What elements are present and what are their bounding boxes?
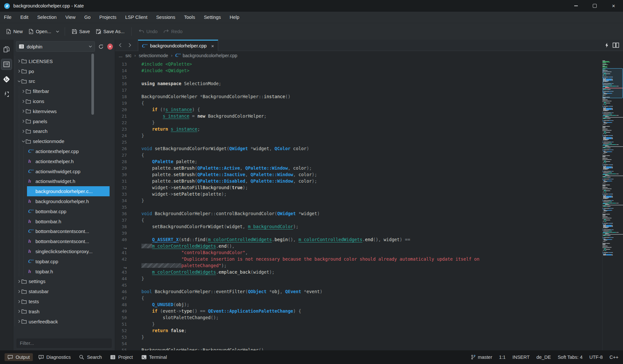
chevron-right-icon[interactable] bbox=[17, 319, 21, 323]
open-dropdown-chevron-icon[interactable] bbox=[54, 28, 61, 35]
menu-item-lsp-client[interactable]: LSP Client bbox=[125, 15, 147, 20]
maximize-icon[interactable] bbox=[585, 0, 604, 12]
code-view[interactable]: 13#include <QPalette>14#include <QWidget… bbox=[115, 60, 603, 350]
line-number: 52 bbox=[115, 328, 131, 333]
tab-mode-status[interactable]: Soft Tabs: 4 bbox=[558, 355, 582, 360]
tree-item-panels[interactable]: panels bbox=[13, 116, 102, 126]
git-branch-status[interactable]: master bbox=[471, 355, 492, 360]
save-button[interactable]: Save bbox=[69, 27, 93, 36]
lsp-symbols-toolview-button[interactable] bbox=[1, 89, 12, 99]
chevron-right-icon[interactable] bbox=[21, 119, 26, 123]
tree-item-tests[interactable]: tests bbox=[13, 296, 98, 306]
chevron-right-icon[interactable] bbox=[17, 59, 21, 63]
tree-item-licenses[interactable]: LICENSES bbox=[13, 56, 98, 66]
chevron-right-icon[interactable] bbox=[17, 69, 21, 73]
menu-item-tools[interactable]: Tools bbox=[184, 15, 195, 20]
breadcrumb-item-selectionmode[interactable]: selectionmode bbox=[139, 53, 168, 58]
tree-item-kitemviews[interactable]: kitemviews bbox=[13, 106, 102, 116]
new-button[interactable]: New bbox=[3, 27, 26, 36]
chevron-right-icon[interactable] bbox=[17, 280, 21, 283]
tree-item-statusbar[interactable]: statusbar bbox=[13, 286, 98, 296]
chevron-down-icon[interactable] bbox=[17, 80, 21, 83]
tree-item-actiontexthelper-cpp[interactable]: C++actiontexthelper.cpp bbox=[13, 146, 110, 156]
menu-item-edit[interactable]: Edit bbox=[20, 15, 28, 20]
breadcrumb-collapsed-button[interactable]: ... bbox=[119, 53, 123, 58]
quick-open-flash-icon[interactable] bbox=[605, 43, 609, 48]
chevron-right-icon[interactable] bbox=[21, 89, 26, 93]
undo-button[interactable]: Undo bbox=[136, 27, 161, 36]
reload-project-button[interactable] bbox=[98, 43, 105, 50]
menu-item-help[interactable]: Help bbox=[230, 15, 239, 20]
chevron-right-icon[interactable] bbox=[21, 129, 26, 133]
encoding-status[interactable]: UTF-8 bbox=[589, 355, 603, 360]
minimap-scrollbar[interactable] bbox=[602, 60, 623, 350]
split-view-icon[interactable] bbox=[613, 43, 619, 48]
chevron-down-icon[interactable] bbox=[21, 140, 26, 143]
tree-item-selectionmode[interactable]: selectionmode bbox=[13, 136, 102, 146]
menu-item-file[interactable]: File bbox=[4, 15, 11, 20]
editor-area[interactable]: 13#include <QPalette>14#include <QWidget… bbox=[115, 60, 623, 350]
menu-item-sessions[interactable]: Sessions bbox=[156, 15, 175, 20]
chevron-right-icon[interactable] bbox=[17, 290, 21, 293]
documents-toolview-button[interactable] bbox=[1, 44, 12, 55]
chevron-right-icon[interactable] bbox=[17, 300, 21, 304]
tree-item-bottombar-h[interactable]: hbottombar.h bbox=[13, 216, 110, 227]
open-button[interactable]: Open... bbox=[26, 27, 54, 36]
toolview-toggle-project[interactable]: Project bbox=[107, 353, 136, 361]
breadcrumb-item-backgroundcolorhelper-cpp[interactable]: C++backgroundcolorhelper.cpp bbox=[175, 53, 237, 58]
tree-item-topbar-cpp[interactable]: C++topbar.cpp bbox=[13, 256, 110, 266]
menu-item-settings[interactable]: Settings bbox=[204, 15, 221, 20]
tree-item-actiontexthelper-h[interactable]: hactiontexthelper.h bbox=[13, 156, 110, 166]
tree-item-actionwithwidget-cpp[interactable]: C++actionwithwidget.cpp bbox=[13, 166, 110, 176]
tab-backgroundcolorhelper[interactable]: C++ backgroundcolorhelper.cpp × bbox=[138, 40, 218, 51]
toolview-toggle-output[interactable]: Output bbox=[5, 353, 33, 361]
tree-item-settings[interactable]: settings bbox=[13, 277, 98, 287]
tree-item-trash[interactable]: trash bbox=[13, 306, 98, 317]
close-project-button[interactable]: × bbox=[107, 44, 113, 50]
breadcrumb-item-src[interactable]: src bbox=[126, 53, 132, 58]
tree-item-src[interactable]: src bbox=[13, 76, 98, 86]
projects-toolview-button[interactable] bbox=[1, 59, 12, 70]
tree-item-singleclickselectionproxy[interactable]: hsingleclickselectionproxy... bbox=[13, 246, 110, 256]
input-mode-status[interactable]: INSERT bbox=[512, 355, 530, 360]
close-icon[interactable]: ✕ bbox=[604, 0, 623, 12]
tree-item-search[interactable]: search bbox=[13, 126, 102, 136]
redo-button[interactable]: Redo bbox=[161, 27, 186, 36]
minimize-icon[interactable] bbox=[566, 0, 585, 12]
tree-item-backgroundcolorhelper-h[interactable]: hbackgroundcolorhelper.h bbox=[13, 196, 110, 206]
dictionary-status[interactable]: de_DE bbox=[537, 355, 551, 360]
menu-item-selection[interactable]: Selection bbox=[37, 15, 57, 20]
tree-item-actionwithwidget-h[interactable]: hactionwithwidget.h bbox=[13, 176, 110, 187]
cursor-position-status[interactable]: 1:1 bbox=[499, 355, 506, 360]
chevron-right-icon[interactable] bbox=[21, 99, 26, 103]
git-toolview-button[interactable] bbox=[1, 74, 12, 84]
language-status[interactable]: C++ bbox=[610, 355, 618, 360]
filter-input[interactable] bbox=[17, 339, 112, 348]
menu-item-go[interactable]: Go bbox=[84, 15, 90, 20]
toolview-toggle-diagnostics[interactable]: Diagnostics bbox=[35, 353, 74, 361]
tree-item-userfeedback[interactable]: userfeedback bbox=[13, 317, 98, 327]
toolview-toggle-terminal[interactable]: Terminal bbox=[139, 353, 170, 361]
chevron-right-icon[interactable] bbox=[17, 309, 21, 313]
menu-item-projects[interactable]: Projects bbox=[99, 15, 116, 20]
tree-item-bottombarcontentscont[interactable]: C++bottombarcontentscont... bbox=[13, 227, 110, 237]
project-selector-combo[interactable]: dolphin bbox=[16, 41, 95, 52]
line-number: 31 bbox=[115, 179, 131, 184]
toolview-toggle-search[interactable]: Search bbox=[76, 353, 105, 361]
save-as-button[interactable]: Save As... bbox=[93, 27, 127, 36]
menu-item-view[interactable]: View bbox=[65, 15, 75, 20]
code-line-45: 45 bbox=[115, 282, 603, 288]
tree-scrollbar-thumb[interactable] bbox=[91, 54, 94, 115]
tree-item-icons[interactable]: icons bbox=[13, 96, 102, 106]
nav-forward-button[interactable] bbox=[125, 40, 135, 51]
chevron-right-icon[interactable] bbox=[21, 109, 26, 113]
tree-item-po[interactable]: po bbox=[13, 66, 98, 76]
tree-item-bottombar-cpp[interactable]: C++bottombar.cpp bbox=[13, 206, 110, 216]
tree-item-topbar-h[interactable]: htopbar.h bbox=[13, 266, 110, 277]
nav-back-button[interactable] bbox=[115, 40, 125, 51]
tab-close-icon[interactable]: × bbox=[211, 43, 214, 49]
tree-item-filterbar[interactable]: filterbar bbox=[13, 86, 102, 96]
minimap-viewport[interactable] bbox=[603, 68, 623, 98]
tree-item-bottombarcontentscont[interactable]: hbottombarcontentscont... bbox=[13, 236, 110, 246]
tree-item-backgroundcolorhelper-c[interactable]: C++backgroundcolorhelper.c... bbox=[13, 186, 110, 196]
